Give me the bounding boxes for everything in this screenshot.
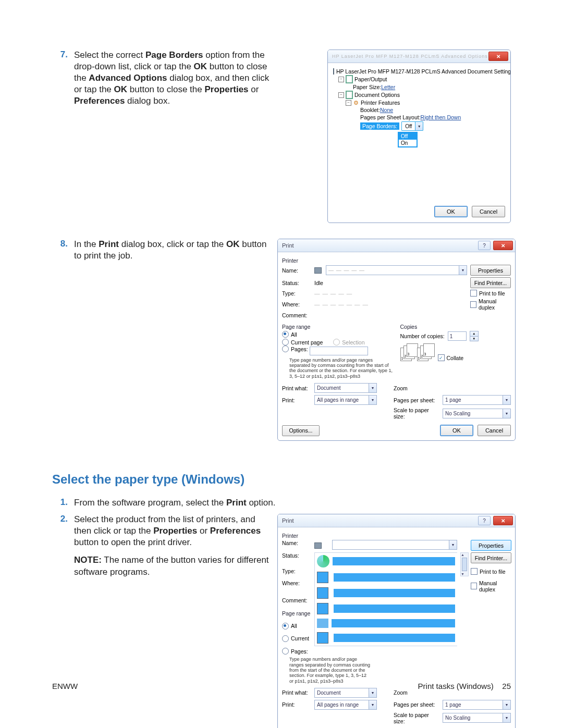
t: From the software program, select the [74, 498, 226, 508]
group-label: Printer [282, 533, 511, 539]
t: All [291, 331, 297, 338]
t: 1 page [445, 702, 461, 708]
printer-features-icon: ⚙ [353, 100, 359, 106]
properties-button[interactable]: Properties [470, 265, 511, 276]
scale-dropdown[interactable]: No Scaling▼ [443, 713, 511, 723]
t: OK [194, 61, 207, 71]
t: Properties [204, 84, 248, 94]
label: Where: [282, 580, 311, 586]
close-icon[interactable] [493, 241, 513, 250]
radio-all[interactable]: All [282, 331, 297, 338]
pages-hint: Type page numbers and/or page ranges sep… [282, 357, 393, 379]
printer-option[interactable] [332, 619, 455, 627]
label: Type: [282, 568, 311, 574]
print-bottom-row: Print what: Document▼ Zoom Print: All pa… [282, 688, 511, 724]
group-label: Zoom [394, 689, 439, 696]
print-to-file-checkbox[interactable]: Print to file [471, 568, 511, 575]
printer-section: Name: — — — — —▼ Properties Status: Idle… [282, 265, 511, 318]
t: Current page [291, 339, 323, 346]
tree-value-link[interactable]: None [380, 107, 393, 113]
chevron-down-icon: ▼ [503, 713, 510, 722]
t: Advanced Options [89, 73, 167, 83]
t: dialog box. [125, 96, 170, 106]
chevron-down-icon: ▼ [369, 700, 376, 709]
radio-selection: Selection [333, 339, 364, 346]
cancel-button[interactable]: Cancel [478, 425, 511, 436]
close-icon[interactable] [488, 52, 508, 61]
print-bottom-row: Print what: Document▼ Zoom Print: All pa… [282, 383, 511, 419]
tree-value-link[interactable]: Letter [381, 84, 395, 90]
radio-pages[interactable]: Pages: [282, 648, 308, 655]
t: button to close the [127, 84, 204, 94]
printer-option[interactable] [334, 589, 455, 597]
dialog-title: Print [282, 242, 294, 249]
footer-left: ENWW [52, 682, 78, 690]
dialog-titlebar: HP LaserJet Pro MFP M127-M128 PCLmS Adva… [328, 50, 510, 63]
t: Selection [342, 339, 364, 346]
copies-input[interactable]: 1 [448, 331, 467, 341]
pages-input[interactable] [310, 347, 368, 355]
printer-name-dropdown[interactable]: — — — — —▼ [326, 265, 467, 275]
radio-all[interactable]: All [282, 623, 297, 630]
print-what-dropdown[interactable]: Document▼ [314, 383, 377, 393]
ok-button[interactable]: OK [434, 206, 468, 217]
tree-toggle-icon[interactable]: − [338, 77, 344, 82]
help-icon[interactable]: ? [478, 516, 491, 525]
ok-button[interactable]: OK [440, 425, 473, 436]
document-icon [346, 91, 352, 98]
printer-option[interactable] [334, 573, 455, 582]
copies-spinner[interactable]: ▲▼ [470, 331, 479, 341]
cancel-button[interactable]: Cancel [472, 206, 505, 217]
label: Pages per sheet: [394, 701, 439, 708]
label: Comment: [282, 597, 311, 603]
page-borders-options-list[interactable]: Off On [398, 132, 418, 147]
t: Manual duplex [479, 580, 511, 593]
manual-duplex-checkbox[interactable]: Manual duplex [470, 298, 511, 311]
scale-dropdown[interactable]: No Scaling▼ [443, 409, 511, 418]
status-value: Idle [314, 280, 467, 286]
find-printer-button[interactable]: Find Printer... [471, 552, 511, 563]
printer-icon [317, 603, 328, 614]
scrollbar[interactable]: ▲▼ [460, 552, 469, 576]
printer-option[interactable] [334, 634, 455, 642]
chevron-down-icon: ▼ [503, 700, 510, 709]
pages-per-sheet-dropdown[interactable]: 1 page▼ [443, 395, 511, 405]
close-icon[interactable] [493, 516, 513, 525]
print-range-dropdown[interactable]: All pages in range▼ [314, 395, 377, 405]
tree-toggle-icon[interactable]: − [338, 92, 344, 98]
printer-option[interactable] [334, 604, 455, 613]
label: Print what: [282, 385, 311, 391]
radio-current-page[interactable]: Current page [282, 339, 323, 346]
t: Collate [447, 355, 464, 361]
help-icon[interactable]: ? [478, 241, 491, 250]
properties-button[interactable]: Properties [471, 540, 511, 551]
where-value: — — — — — — — [314, 301, 467, 307]
label: Booklet: [360, 107, 380, 113]
radio-current-page[interactable]: Current [282, 635, 309, 642]
option-on[interactable]: On [399, 140, 417, 146]
t: OK [114, 84, 128, 94]
radio-pages[interactable]: Pages: [282, 346, 308, 352]
tree-value-link[interactable]: Right then Down [421, 114, 461, 120]
manual-duplex-checkbox[interactable]: Manual duplex [471, 580, 511, 593]
group-label: Printer [282, 257, 511, 264]
printer-option[interactable] [333, 557, 455, 565]
options-button[interactable]: Options... [282, 425, 320, 436]
copies-group: Copies Number of copies: 1 ▲▼ 123 123 [400, 322, 511, 379]
t: Print [99, 239, 119, 249]
collate-checkbox[interactable]: ✓Collate [438, 354, 464, 361]
note-label: NOTE: [74, 555, 102, 565]
label: Name: [282, 267, 311, 274]
tree-toggle-icon[interactable]: − [346, 100, 351, 106]
printer-name-dropdown[interactable]: ▼ [332, 540, 457, 550]
find-printer-button[interactable]: Find Printer... [470, 277, 511, 288]
page-number: 25 [502, 682, 511, 690]
printer-icon [314, 542, 322, 549]
page-range-group: Page range All Current page Selection Pa… [282, 322, 393, 379]
page-borders-dropdown[interactable]: Off ▼ [401, 121, 423, 131]
chevron-down-icon: ▼ [459, 266, 467, 275]
print-to-file-checkbox[interactable]: Print to file [470, 290, 511, 297]
print-range-dropdown[interactable]: All pages in range▼ [314, 700, 377, 710]
pages-per-sheet-dropdown[interactable]: 1 page▼ [443, 700, 511, 710]
option-off[interactable]: Off [399, 133, 417, 140]
